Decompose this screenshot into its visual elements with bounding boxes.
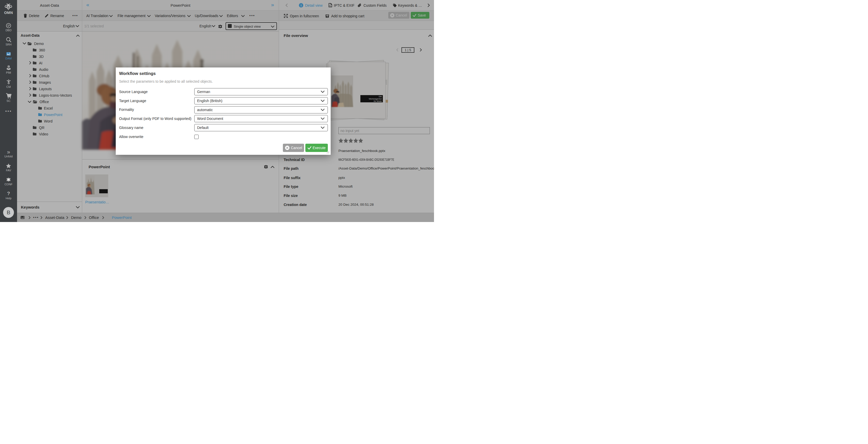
svg-text:P: P (8, 65, 9, 67)
